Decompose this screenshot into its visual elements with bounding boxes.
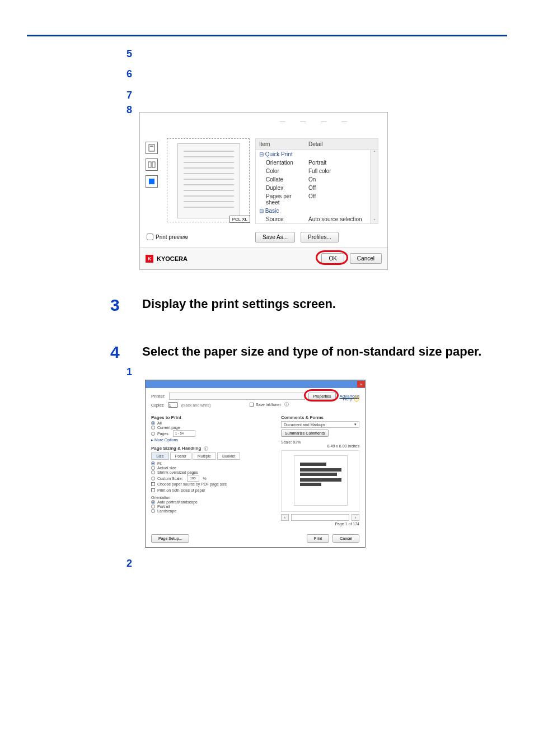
opt-portrait[interactable]: Portrait	[151, 505, 274, 508]
settings-list: Item Detail Quick Print OrientationPortr…	[255, 138, 378, 244]
orientation-icon[interactable]	[146, 142, 158, 154]
tab-poster[interactable]: Poster	[170, 452, 191, 460]
color-icon[interactable]	[146, 175, 158, 188]
svg-rect-1	[150, 146, 153, 147]
orientation-title: Orientation:	[151, 496, 274, 500]
substep-8: 8	[127, 104, 132, 116]
prefs-tabstrip: — — — —	[140, 113, 387, 135]
substep-4-2: 2	[127, 558, 132, 570]
step-4-title: Select the paper size and type of non-st…	[142, 344, 481, 359]
svg-rect-0	[149, 144, 154, 151]
row-collate[interactable]: CollateOn	[256, 175, 378, 184]
brand-text: KYOCERA	[157, 255, 188, 262]
printer-preferences-dialog: — — — — PCL XL Item Detail Quick Print	[139, 112, 388, 270]
scale-readout: Scale: 93%	[281, 440, 359, 444]
choose-paper-source-checkbox[interactable]: Choose paper source by PDF page size	[151, 482, 274, 486]
help-link[interactable]: Help ?	[343, 396, 359, 402]
opt-current[interactable]: Current page	[151, 426, 274, 430]
substep-7: 7	[127, 90, 132, 101]
page-counter: Page 1 of 174	[281, 522, 359, 526]
ok-button[interactable]: OK	[321, 253, 344, 264]
step-3-title: Display the print settings screen.	[142, 297, 336, 311]
opt-actual[interactable]: Actual size	[151, 466, 274, 470]
save-ink-checkbox[interactable]	[250, 403, 254, 407]
page-top-rule	[27, 35, 507, 36]
custom-scale-input[interactable]: 100	[187, 475, 199, 482]
next-page-button[interactable]: ›	[352, 514, 359, 521]
comments-forms-select[interactable]: Document and Markups▾	[281, 421, 359, 428]
copies-label: Copies:	[151, 403, 165, 407]
summarize-comments-button[interactable]: Summarize Comments	[281, 430, 329, 437]
col-item: Item	[256, 139, 305, 150]
substep-6: 6	[127, 68, 132, 80]
page-slider[interactable]	[291, 514, 349, 521]
row-copies[interactable]: Copies1	[256, 223, 378, 224]
tab-size[interactable]: Size	[151, 452, 169, 460]
substep-4-1: 1	[127, 366, 132, 378]
scroll-down-icon[interactable]: ˅	[373, 218, 376, 223]
copies-input[interactable]	[168, 402, 178, 408]
sizing-title: Page Sizing & Handling i	[151, 446, 274, 451]
comments-forms-title: Comments & Forms	[281, 415, 359, 420]
tab-placeholder-icon: — — — —	[280, 118, 354, 124]
page-dimensions: 8.49 x 6.00 Inches	[281, 444, 359, 448]
info-icon[interactable]: i	[284, 402, 289, 407]
save-as-button[interactable]: Save As...	[255, 232, 295, 242]
print-cancel-button[interactable]: Cancel	[332, 534, 359, 543]
tab-booklet[interactable]: Booklet	[217, 452, 240, 460]
cancel-button[interactable]: Cancel	[350, 253, 382, 264]
group-quick-print[interactable]: Quick Print	[256, 150, 378, 158]
row-pages-per-sheet[interactable]: Pages per sheetOff	[256, 192, 378, 207]
col-detail: Detail	[305, 139, 378, 150]
page-setup-button[interactable]: Page Setup...	[151, 534, 189, 543]
info-icon-2[interactable]: i	[204, 446, 208, 451]
opt-shrink[interactable]: Shrink oversized pages	[151, 470, 274, 474]
group-basic[interactable]: Basic	[256, 207, 378, 215]
print-button[interactable]: Print	[307, 534, 329, 543]
row-duplex[interactable]: DuplexOff	[256, 184, 378, 192]
print-preview-thumbnail	[281, 450, 359, 512]
chevron-down-icon: ▾	[354, 422, 357, 427]
substep-5: 5	[127, 48, 132, 60]
pages-range-input[interactable]: 1 - 54	[173, 430, 195, 437]
svg-rect-2	[148, 162, 151, 167]
kyocera-brand: K KYOCERA	[146, 255, 188, 263]
opt-all[interactable]: All	[151, 421, 274, 425]
page-preview: PCL XL	[167, 138, 250, 222]
bw-note: (black and white)	[181, 403, 211, 407]
opt-auto-orient[interactable]: Auto portrait/landscape	[151, 500, 274, 504]
list-scrollbar[interactable]: ˄ ˅	[370, 150, 378, 223]
close-icon[interactable]: ×	[357, 381, 365, 388]
save-ink-label: Save ink/toner	[256, 403, 281, 407]
print-preview-label: Print preview	[156, 234, 188, 240]
pages-to-print-title: Pages to Print	[151, 415, 274, 420]
print-dialog-titlebar[interactable]: ×	[146, 380, 365, 388]
opt-landscape[interactable]: Landscape	[151, 509, 274, 513]
duplex-icon[interactable]	[146, 158, 158, 171]
properties-button[interactable]: Properties	[308, 393, 336, 400]
kyocera-logo-icon: K	[146, 255, 153, 263]
opt-fit[interactable]: Fit	[151, 461, 274, 465]
print-preview-checkbox[interactable]	[147, 234, 153, 240]
row-color[interactable]: ColorFull color	[256, 167, 378, 175]
row-orientation[interactable]: OrientationPortrait	[256, 158, 378, 167]
step-3-number: 3	[110, 296, 120, 315]
svg-rect-4	[149, 179, 154, 184]
print-dialog: × Printer: Properties Advanced Copies: (…	[145, 380, 366, 548]
both-sides-checkbox[interactable]: Print on both sides of paper	[151, 488, 274, 492]
prev-page-button[interactable]: ‹	[281, 514, 289, 521]
step-4-number: 4	[110, 343, 120, 362]
printer-select[interactable]	[169, 393, 305, 400]
prefs-side-icons	[146, 142, 162, 192]
help-icon: ?	[354, 396, 359, 402]
tab-multiple[interactable]: Multiple	[193, 452, 216, 460]
row-source[interactable]: SourceAuto source selection	[256, 215, 378, 223]
pdl-badge: PCL XL	[229, 216, 250, 223]
opt-pages[interactable]: Pages 1 - 54	[151, 430, 274, 437]
svg-rect-3	[152, 162, 155, 167]
scroll-up-icon[interactable]: ˄	[373, 150, 376, 155]
opt-custom-scale[interactable]: Custom Scale: 100 %	[151, 475, 274, 482]
profiles-button[interactable]: Profiles...	[301, 232, 339, 242]
more-options-toggle[interactable]: ▸ More Options	[151, 438, 274, 442]
printer-label: Printer:	[151, 394, 166, 399]
